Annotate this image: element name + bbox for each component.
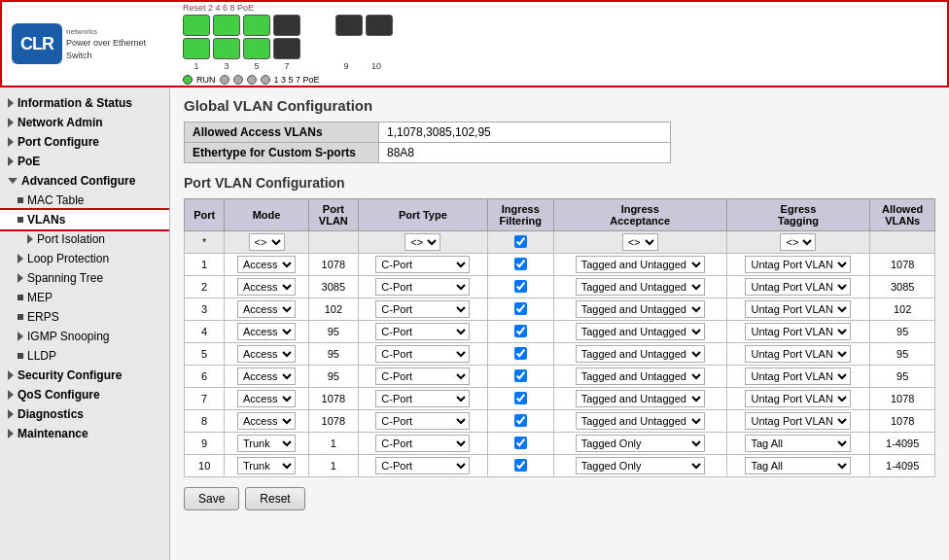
- port-type-cell[interactable]: C-PortS-PortS-Custom-Port: [358, 276, 487, 298]
- egress-tag-cell[interactable]: Untag Port VLANTag AllUntag All: [726, 298, 870, 321]
- port-type-cell[interactable]: C-PortS-PortS-Custom-Port: [358, 298, 487, 321]
- egress-tag-select[interactable]: Untag Port VLANTag AllUntag All: [745, 256, 851, 273]
- ingress-filter-cell[interactable]: [487, 455, 553, 477]
- ingress-accept-select[interactable]: Tagged and UntaggedTagged OnlyUntagged O…: [576, 345, 705, 363]
- mode-select[interactable]: AccessTrunkHybrid: [237, 457, 296, 474]
- mode-select[interactable]: AccessTrunkHybrid: [237, 435, 296, 452]
- port-type-select-star[interactable]: <>: [404, 233, 440, 251]
- port-type-select[interactable]: C-PortS-PortS-Custom-Port: [375, 345, 470, 363]
- port-type-select[interactable]: C-PortS-PortS-Custom-Port: [375, 256, 470, 273]
- mode-select[interactable]: AccessTrunkHybrid: [237, 412, 296, 430]
- egress-tag-select[interactable]: Untag Port VLANTag AllUntag All: [745, 323, 851, 340]
- port-type-select[interactable]: C-PortS-PortS-Custom-Port: [375, 412, 470, 430]
- egress-tag-select[interactable]: Untag Port VLANTag AllUntag All: [745, 435, 851, 452]
- mode-select[interactable]: AccessTrunkHybrid: [237, 256, 296, 273]
- ingress-filter-checkbox[interactable]: [514, 325, 527, 337]
- port-mode-cell[interactable]: AccessTrunkHybrid: [225, 433, 308, 455]
- ingress-filter-checkbox[interactable]: [514, 392, 527, 404]
- port-mode-cell[interactable]: AccessTrunkHybrid: [225, 276, 308, 298]
- ingress-accept-select[interactable]: Tagged and UntaggedTagged OnlyUntagged O…: [576, 256, 705, 273]
- reset-button[interactable]: Reset: [245, 487, 304, 510]
- ingress-filter-checkbox[interactable]: [514, 437, 527, 449]
- ingress-filter-cell[interactable]: [487, 254, 553, 276]
- egress-tag-cell[interactable]: Untag Port VLANTag AllUntag All: [726, 254, 870, 276]
- ingress-accept-select[interactable]: Tagged and UntaggedTagged OnlyUntagged O…: [576, 278, 705, 296]
- mode-select[interactable]: AccessTrunkHybrid: [237, 390, 296, 407]
- port-type-select[interactable]: C-PortS-PortS-Custom-Port: [375, 323, 470, 340]
- mode-select-star[interactable]: <>: [249, 233, 285, 251]
- egress-tag-cell[interactable]: Untag Port VLANTag AllUntag All: [726, 433, 870, 455]
- sidebar-item-mac[interactable]: MAC Table: [0, 191, 169, 210]
- egress-tag-star[interactable]: <>: [726, 231, 870, 254]
- port-mode-cell[interactable]: AccessTrunkHybrid: [225, 455, 308, 477]
- ingress-filter-checkbox[interactable]: [514, 280, 527, 293]
- ingress-accept-select[interactable]: Tagged and UntaggedTagged OnlyUntagged O…: [576, 412, 705, 430]
- ingress-accept-select[interactable]: Tagged and UntaggedTagged OnlyUntagged O…: [576, 390, 705, 407]
- port-mode-cell[interactable]: AccessTrunkHybrid: [225, 366, 308, 388]
- egress-tag-cell[interactable]: Untag Port VLANTag AllUntag All: [726, 388, 870, 410]
- ingress-accept-cell[interactable]: Tagged and UntaggedTagged OnlyUntagged O…: [553, 366, 726, 388]
- ingress-filter-cell[interactable]: [487, 410, 553, 433]
- port-mode-cell[interactable]: AccessTrunkHybrid: [225, 254, 308, 276]
- sidebar-item-poe[interactable]: PoE: [0, 152, 169, 171]
- mode-select[interactable]: AccessTrunkHybrid: [237, 368, 296, 385]
- mode-select[interactable]: AccessTrunkHybrid: [237, 300, 296, 318]
- ingress-accept-cell[interactable]: Tagged and UntaggedTagged OnlyUntagged O…: [553, 321, 726, 343]
- ingress-accept-cell[interactable]: Tagged and UntaggedTagged OnlyUntagged O…: [553, 433, 726, 455]
- ingress-accept-select[interactable]: Tagged and UntaggedTagged OnlyUntagged O…: [576, 435, 705, 452]
- egress-tag-cell[interactable]: Untag Port VLANTag AllUntag All: [726, 410, 870, 433]
- ingress-accept-cell[interactable]: Tagged and UntaggedTagged OnlyUntagged O…: [553, 298, 726, 321]
- port-type-select[interactable]: C-PortS-PortS-Custom-Port: [375, 435, 470, 452]
- ingress-accept-select[interactable]: Tagged and UntaggedTagged OnlyUntagged O…: [576, 300, 705, 318]
- port-type-select[interactable]: C-PortS-PortS-Custom-Port: [375, 278, 470, 296]
- sidebar-item-erps[interactable]: ERPS: [0, 307, 169, 327]
- ingress-accept-cell[interactable]: Tagged and UntaggedTagged OnlyUntagged O…: [553, 455, 726, 477]
- port-type-select[interactable]: C-PortS-PortS-Custom-Port: [375, 457, 470, 474]
- ingress-filter-checkbox[interactable]: [514, 459, 527, 472]
- port-mode-cell[interactable]: AccessTrunkHybrid: [225, 343, 308, 366]
- sidebar-item-info[interactable]: Information & Status: [0, 93, 169, 113]
- egress-tag-select[interactable]: Untag Port VLANTag AllUntag All: [745, 300, 851, 318]
- port-mode-cell[interactable]: AccessTrunkHybrid: [225, 298, 308, 321]
- sidebar-item-network[interactable]: Network Admin: [0, 113, 169, 132]
- port-type-select[interactable]: C-PortS-PortS-Custom-Port: [375, 368, 470, 385]
- ingress-accept-cell[interactable]: Tagged and UntaggedTagged OnlyUntagged O…: [553, 276, 726, 298]
- port-type-cell[interactable]: C-PortS-PortS-Custom-Port: [358, 321, 487, 343]
- port-type-star[interactable]: <>: [358, 231, 487, 254]
- ingress-accept-select[interactable]: Tagged and UntaggedTagged OnlyUntagged O…: [576, 323, 705, 340]
- port-type-cell[interactable]: C-PortS-PortS-Custom-Port: [358, 455, 487, 477]
- egress-tag-cell[interactable]: Untag Port VLANTag AllUntag All: [726, 276, 870, 298]
- port-mode-cell[interactable]: AccessTrunkHybrid: [225, 321, 308, 343]
- ingress-accept-cell[interactable]: Tagged and UntaggedTagged OnlyUntagged O…: [553, 343, 726, 366]
- ingress-filter-cell[interactable]: [487, 366, 553, 388]
- egress-tag-cell[interactable]: Untag Port VLANTag AllUntag All: [726, 343, 870, 366]
- save-button[interactable]: Save: [184, 487, 239, 510]
- sidebar-item-port-isolation[interactable]: Port Isolation: [0, 229, 169, 249]
- ingress-accept-cell[interactable]: Tagged and UntaggedTagged OnlyUntagged O…: [553, 254, 726, 276]
- sidebar-item-lldp[interactable]: LLDP: [0, 346, 169, 366]
- ingress-filter-checkbox[interactable]: [514, 414, 527, 427]
- egress-tag-select[interactable]: Untag Port VLANTag AllUntag All: [745, 368, 851, 385]
- ingress-filter-checkbox[interactable]: [514, 369, 527, 382]
- egress-tag-cell[interactable]: Untag Port VLANTag AllUntag All: [726, 455, 870, 477]
- sidebar-item-igmp[interactable]: IGMP Snooping: [0, 327, 169, 346]
- ingress-filter-cell[interactable]: [487, 388, 553, 410]
- ingress-filter-cell[interactable]: [487, 298, 553, 321]
- egress-tag-select[interactable]: Untag Port VLANTag AllUntag All: [745, 345, 851, 363]
- egress-tag-select[interactable]: Untag Port VLANTag AllUntag All: [745, 390, 851, 407]
- port-type-cell[interactable]: C-PortS-PortS-Custom-Port: [358, 254, 487, 276]
- mode-select[interactable]: AccessTrunkHybrid: [237, 345, 296, 363]
- sidebar-item-port-configure[interactable]: Port Configure: [0, 132, 169, 152]
- port-type-select[interactable]: C-PortS-PortS-Custom-Port: [375, 300, 470, 318]
- port-type-cell[interactable]: C-PortS-PortS-Custom-Port: [358, 343, 487, 366]
- port-type-cell[interactable]: C-PortS-PortS-Custom-Port: [358, 388, 487, 410]
- ingress-filter-star[interactable]: [487, 231, 553, 254]
- ingress-accept-star[interactable]: <>: [553, 231, 726, 254]
- sidebar-item-security[interactable]: Security Configure: [0, 366, 169, 385]
- port-type-select[interactable]: C-PortS-PortS-Custom-Port: [375, 390, 470, 407]
- ingress-accept-cell[interactable]: Tagged and UntaggedTagged OnlyUntagged O…: [553, 410, 726, 433]
- egress-tag-cell[interactable]: Untag Port VLANTag AllUntag All: [726, 366, 870, 388]
- sidebar-item-advanced[interactable]: Advanced Configure: [0, 171, 169, 191]
- ingress-accept-select[interactable]: Tagged and UntaggedTagged OnlyUntagged O…: [576, 457, 705, 474]
- egress-tag-select[interactable]: Untag Port VLANTag AllUntag All: [745, 412, 851, 430]
